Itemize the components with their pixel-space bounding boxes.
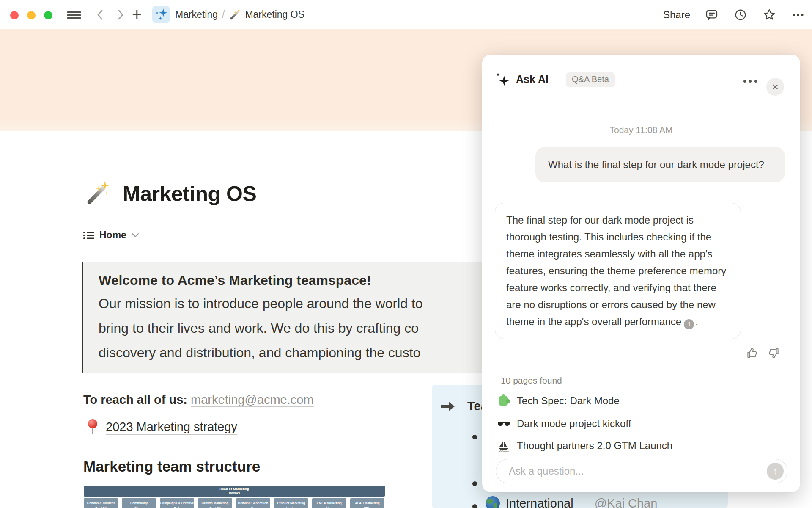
org-box: APAC MarketingTBH xyxy=(350,498,384,508)
org-row: Comms & ContentBackfill CommunityDiana C… xyxy=(84,498,384,508)
magic-wand-emoji xyxy=(229,9,241,21)
view-tab-label: Home xyxy=(99,229,126,241)
contact-label: To reach all of us: xyxy=(83,393,191,406)
org-head-team: Head of Marketing xyxy=(84,486,385,491)
page-title-row: Marketing OS xyxy=(85,181,256,207)
citation-badge[interactable]: 1 xyxy=(684,319,694,329)
bulleted-list-icon xyxy=(83,230,94,240)
result-page-row[interactable]: Dark mode project kickoff xyxy=(497,414,785,434)
strategy-row: 2023 Marketing strategy xyxy=(87,418,237,435)
org-box: CommunityDiana xyxy=(122,498,156,508)
zoom-window-button[interactable] xyxy=(44,11,52,19)
ai-answer-bubble: The final step for our dark mode project… xyxy=(495,203,741,339)
sidebar-toggle-icon[interactable] xyxy=(67,11,81,19)
email-link[interactable]: marketing@acme.com xyxy=(191,393,314,406)
ask-input-wrap: ↑ xyxy=(496,459,787,483)
sailboat-emoji xyxy=(497,439,510,452)
qa-beta-badge: Q&A Beta xyxy=(566,72,615,87)
result-title: Tech Spec: Dark Mode xyxy=(517,395,620,407)
notion-ai-sparkle-icon[interactable] xyxy=(152,6,170,23)
org-head-person: Rachel xyxy=(84,491,385,495)
breadcrumb-page[interactable]: Marketing OS xyxy=(245,9,304,20)
org-box: Growth MarketingBackfill xyxy=(198,498,232,508)
history-clock-icon[interactable] xyxy=(733,8,748,22)
list-bullet xyxy=(472,504,477,508)
result-title: Dark mode project kickoff xyxy=(517,418,631,430)
tab-home[interactable]: Home xyxy=(83,229,139,241)
answer-feedback xyxy=(746,347,780,359)
dark-sunglasses-emoji xyxy=(497,417,510,430)
breadcrumb-workspace[interactable]: Marketing xyxy=(175,9,218,20)
globe-emoji xyxy=(486,496,500,508)
user-question-bubble: What is the final step for our dark mode… xyxy=(535,147,785,182)
breadcrumb: Marketing / Marketing OS xyxy=(175,0,304,29)
more-ellipsis-icon[interactable] xyxy=(791,8,805,22)
org-box: EMEA MarketingAine xyxy=(312,498,346,508)
list-bullet xyxy=(472,435,477,439)
round-pushpin-emoji xyxy=(87,418,98,435)
star-favorite-icon[interactable] xyxy=(762,8,776,22)
ask-ai-title: Ask AI xyxy=(516,73,549,86)
back-icon[interactable] xyxy=(95,9,106,21)
ai-sparkle-icon xyxy=(496,72,510,87)
new-page-plus-icon[interactable]: + xyxy=(132,5,142,24)
result-title: Thought partners 2.0 GTM Launch xyxy=(517,440,672,452)
thumbs-down-icon[interactable] xyxy=(767,347,780,359)
org-box: Comms & ContentBackfill xyxy=(84,498,118,508)
result-page-row[interactable]: Tech Spec: Dark Mode xyxy=(497,391,785,411)
pages-found-label: 10 pages found xyxy=(501,375,562,386)
international-row: International @Kai Chan xyxy=(486,496,657,508)
magic-wand-emoji[interactable] xyxy=(85,181,110,207)
send-arrow-icon[interactable]: ↑ xyxy=(767,463,784,480)
panel-more-ellipsis-icon[interactable] xyxy=(740,75,760,87)
org-box: Campaigns & CreativeRob xyxy=(160,498,194,508)
notion-window: + Marketing / Marketing OS Share xyxy=(0,0,812,508)
window-topbar: + Marketing / Marketing OS Share xyxy=(0,0,812,29)
list-bullet xyxy=(472,481,477,486)
breadcrumb-separator: / xyxy=(222,9,225,20)
close-window-button[interactable] xyxy=(10,11,19,19)
conversation-timestamp: Today 11:08 AM xyxy=(482,125,800,135)
panel-close-icon[interactable]: × xyxy=(766,78,784,96)
org-chart-image: Head of Marketing Rachel Comms & Content… xyxy=(84,486,385,508)
ask-question-input[interactable] xyxy=(496,459,787,483)
team-structure-heading: Marketing team structure xyxy=(83,458,260,475)
chevron-down-icon[interactable] xyxy=(132,233,139,237)
puzzle-piece-emoji xyxy=(497,395,510,407)
share-button[interactable]: Share xyxy=(663,9,690,21)
person-mention[interactable]: @Kai Chan xyxy=(595,497,658,508)
ai-answer-text: The final step for our dark mode project… xyxy=(506,214,726,327)
org-box: Product MarketingHurley xyxy=(274,498,308,508)
contact-row: To reach all of us: marketing@acme.com xyxy=(83,393,314,407)
international-page-link[interactable]: International xyxy=(506,497,573,508)
topbar-actions: Share xyxy=(663,0,805,29)
org-box: Demand GenerationHa xyxy=(236,498,270,508)
minimize-window-button[interactable] xyxy=(27,11,36,19)
thumbs-up-icon[interactable] xyxy=(746,347,759,359)
org-head-box: Head of Marketing Rachel xyxy=(84,486,385,497)
ask-ai-panel: Ask AI Q&A Beta Today 11:08 AM What is t… xyxy=(482,55,800,492)
answer-period: . xyxy=(695,316,698,327)
result-page-row[interactable]: Thought partners 2.0 GTM Launch xyxy=(497,436,785,456)
page-title: Marketing OS xyxy=(123,182,256,206)
comment-icon[interactable] xyxy=(705,8,719,22)
right-arrow-emoji xyxy=(440,400,455,413)
forward-icon[interactable] xyxy=(115,9,126,21)
strategy-page-link[interactable]: 2023 Marketing strategy xyxy=(106,420,237,434)
